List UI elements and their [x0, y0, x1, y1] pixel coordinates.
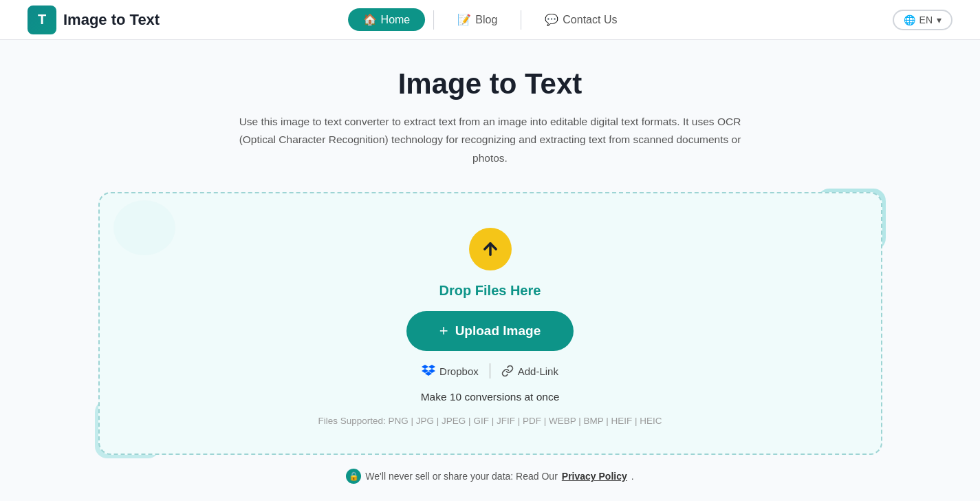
main-content: Image to Text Use this image to text con…: [0, 40, 980, 501]
contact-icon: 💬: [545, 13, 558, 26]
link-icon: [501, 365, 514, 377]
privacy-text: We'll never sell or share your data: Rea…: [365, 471, 557, 482]
add-link-label: Add-Link: [518, 365, 558, 377]
nav-item-home[interactable]: 🏠 Home: [348, 8, 426, 31]
drop-files-label: Drop Files Here: [439, 283, 541, 299]
home-icon: 🏠: [363, 13, 377, 26]
lang-label: EN: [919, 14, 933, 25]
chevron-down-icon: ▾: [937, 14, 941, 25]
svg-marker-3: [428, 365, 435, 369]
deco-blob-left: [113, 200, 175, 255]
privacy-full-stop: .: [631, 471, 634, 482]
nav: 🏠 Home 📝 Blog 💬 Contact Us: [348, 8, 633, 31]
dropbox-label: Dropbox: [439, 365, 479, 377]
supported-formats: Files Supported: PNG | JPG | JPEG | GIF …: [318, 416, 662, 426]
language-button[interactable]: 🌐 EN ▾: [893, 10, 952, 30]
logo-icon: T: [28, 6, 56, 34]
logo[interactable]: T Image to Text: [28, 6, 160, 34]
svg-marker-2: [422, 365, 428, 369]
page-description: Use this image to text converter to extr…: [222, 113, 759, 167]
dropbox-link[interactable]: Dropbox: [422, 365, 479, 377]
nav-home-label: Home: [381, 14, 411, 26]
page-title: Image to Text: [398, 67, 582, 100]
external-links: Dropbox Add-Link: [422, 363, 558, 379]
privacy-bar: 🔒 We'll never sell or share your data: R…: [346, 469, 633, 484]
logo-text: Image to Text: [63, 11, 160, 29]
upload-box[interactable]: Drop Files Here + Upload Image Dropbox: [98, 192, 882, 455]
plus-icon: +: [439, 322, 448, 340]
blog-icon: 📝: [457, 13, 471, 26]
nav-divider-2: [521, 10, 521, 30]
nav-blog-label: Blog: [475, 14, 497, 26]
nav-item-blog[interactable]: 📝 Blog: [442, 8, 512, 31]
privacy-policy-link[interactable]: Privacy Policy: [562, 471, 627, 482]
lock-icon: 🔒: [346, 469, 361, 484]
dropbox-icon: [422, 365, 435, 377]
ext-divider: [490, 363, 490, 379]
header: T Image to Text 🏠 Home 📝 Blog 💬 Contact …: [0, 0, 980, 40]
upload-container: Drop Files Here + Upload Image Dropbox: [98, 192, 882, 455]
upload-image-button[interactable]: + Upload Image: [406, 311, 574, 351]
globe-icon: 🌐: [904, 14, 915, 25]
nav-divider: [433, 10, 434, 30]
upload-arrow-icon: [469, 228, 512, 270]
svg-point-0: [113, 200, 175, 255]
upload-button-label: Upload Image: [455, 323, 541, 339]
nav-item-contact[interactable]: 💬 Contact Us: [530, 8, 632, 31]
add-link[interactable]: Add-Link: [501, 365, 558, 377]
nav-contact-label: Contact Us: [563, 14, 617, 26]
conversions-text: Make 10 conversions at once: [421, 391, 560, 403]
